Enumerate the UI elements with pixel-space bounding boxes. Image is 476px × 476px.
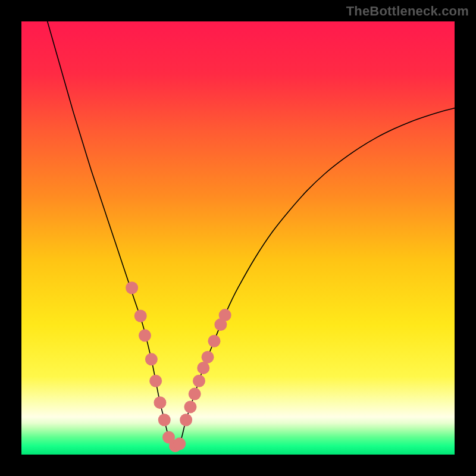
chart-container: TheBottleneck.com	[0, 0, 476, 476]
data-point	[139, 329, 151, 342]
plot-area	[21, 21, 455, 455]
data-point	[158, 414, 171, 426]
data-point	[208, 335, 220, 347]
data-point	[184, 400, 196, 413]
data-point	[193, 375, 205, 387]
data-point	[173, 437, 186, 450]
watermark-text: TheBottleneck.com	[346, 4, 469, 19]
data-point	[189, 388, 201, 400]
data-point	[134, 310, 147, 322]
data-point	[149, 375, 162, 387]
data-point	[202, 351, 214, 364]
data-point	[145, 353, 158, 365]
data-point	[219, 309, 231, 321]
data-point	[126, 281, 138, 294]
data-point	[154, 396, 166, 409]
data-point	[197, 362, 209, 374]
highlighted-points	[21, 21, 455, 455]
data-point	[180, 414, 192, 426]
